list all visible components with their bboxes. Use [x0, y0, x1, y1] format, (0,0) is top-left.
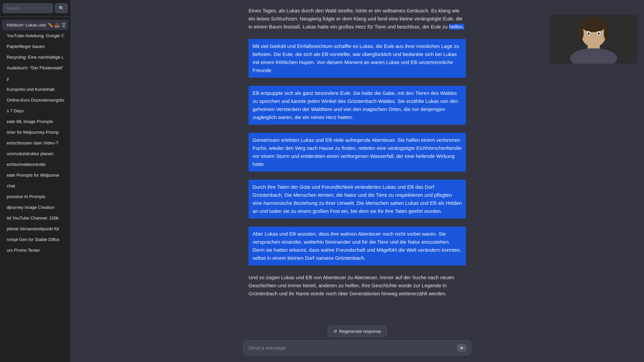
sidebar-item-label: y: [7, 76, 9, 81]
svg-point-10: [588, 33, 590, 35]
sidebar-item-label: urs Promo Texter: [7, 248, 40, 253]
message-4: Gemeinsam erlebten Lukas und Elli viele …: [249, 133, 466, 172]
sidebar-item-16[interactable]: djourney Image Creation: [2, 202, 68, 213]
highlight-span: helfen.: [449, 24, 464, 29]
sidebar-item-9[interactable]: eate ML Image Prompts: [2, 116, 68, 127]
sidebar-item-label: rompt Gen for Stable Diffus: [7, 237, 59, 242]
sidebar-item-label: ursmodulstruktur planen: [7, 151, 53, 156]
regenerate-icon: ↺: [333, 329, 337, 334]
sidebar-item-13[interactable]: echtschreibkontrolle: [2, 159, 68, 170]
message-1: Eines Tages, als Lukas durch den Wald st…: [249, 7, 466, 31]
sidebar-item-label: ild YouTube Channel: 100k: [7, 216, 59, 221]
message-input-wrap: ➤: [243, 340, 471, 355]
send-button[interactable]: ➤: [457, 344, 466, 352]
sidebar-item-label: örter für Midjourney-Promp: [7, 130, 59, 135]
sidebar-item-11[interactable]: entschlossen über Video-T: [2, 138, 68, 148]
delete-icon[interactable]: 🗑️: [61, 22, 66, 27]
video-overlay: [550, 15, 637, 64]
sidebar-item-6[interactable]: Kurspreis und Kursinhalt.: [2, 84, 68, 95]
share-icon[interactable]: 📤: [54, 22, 60, 27]
sidebar-header: 🔍: [0, 0, 70, 17]
edit-icon[interactable]: ✏️: [48, 22, 53, 27]
sidebar-item-label: Online-Kurs Dozentenvergütu: [7, 98, 64, 103]
sidebar-item-label: djourney Image Creation: [7, 205, 54, 210]
sidebar-item-label: Hörbuch: Lukas und: [7, 22, 46, 27]
sidebar-item-4[interactable]: Audiobuch: "Der Flüsterwald": [2, 63, 68, 73]
send-icon: ➤: [460, 345, 464, 350]
regenerate-button[interactable]: ↺ Regenerate response: [328, 326, 387, 337]
sidebar-item-15[interactable]: pressive AI Prompts: [2, 191, 68, 202]
sidebar: 🔍 Hörbuch: Lukas und ✏️ 📤 🗑️ YouTube-Anl…: [0, 0, 70, 362]
sidebar-item-new-chat[interactable]: chat: [2, 181, 68, 191]
sidebar-item-label: entschlossen über Video-T: [7, 140, 58, 145]
regenerate-label: Regenerate response: [339, 329, 381, 334]
sidebar-item-icons: ✏️ 📤 🗑️: [48, 22, 66, 27]
message-input[interactable]: [248, 345, 454, 351]
search-input[interactable]: [3, 3, 53, 13]
sidebar-item-1[interactable]: YouTube-Anleitung: Google C: [2, 31, 68, 41]
sidebar-item-label: chat: [7, 183, 15, 188]
sidebar-item-17[interactable]: ild YouTube Channel: 100k: [2, 213, 68, 223]
sidebar-item-7[interactable]: Online-Kurs Dozentenvergütu: [2, 95, 68, 105]
sidebar-item-18[interactable]: ptimal Versandzeitpunkt für: [2, 224, 68, 234]
message-6: Aber Lukas und Elli wussten, dass ihre w…: [249, 227, 466, 265]
sidebar-item-label: eate ML Image Prompts: [7, 119, 53, 124]
video-placeholder: [550, 15, 637, 64]
sidebar-item-label: s 7 Days: [7, 108, 24, 113]
sidebar-item-12[interactable]: ursmodulstruktur planen: [2, 148, 68, 159]
message-7: Und so zogen Lukas und Elli von Abenteue…: [249, 274, 466, 298]
sidebar-item-label: ptimal Versandzeitpunkt für: [7, 226, 59, 231]
svg-point-6: [578, 26, 584, 40]
message-2: Mit viel Geduld und Einfallsreichtum sch…: [249, 39, 466, 78]
bottom-bar: ↺ Regenerate response ➤: [70, 322, 644, 362]
sidebar-item-3[interactable]: Recycling: Eine nachhaltige L: [2, 52, 68, 62]
svg-point-5: [581, 17, 606, 32]
video-feed: [550, 15, 637, 64]
sidebar-item-label: Papierflieger bauen.: [7, 44, 46, 49]
sidebar-item-active[interactable]: Hörbuch: Lukas und ✏️ 📤 🗑️: [2, 20, 68, 30]
sidebar-item-10[interactable]: örter für Midjourney-Promp: [2, 127, 68, 137]
sidebar-item-20[interactable]: urs Promo Texter: [2, 245, 68, 255]
sidebar-item-label: Recycling: Eine nachhaltige L: [7, 55, 64, 60]
sidebar-item-8[interactable]: s 7 Days: [2, 106, 68, 116]
message-3: Elli entpuppte sich als ganz besondere E…: [249, 86, 466, 125]
sidebar-item-label: YouTube-Anleitung: Google C: [7, 33, 64, 38]
svg-point-11: [598, 33, 600, 35]
search-button[interactable]: 🔍: [55, 3, 68, 13]
sidebar-item-19[interactable]: rompt Gen for Stable Diffus: [2, 234, 68, 245]
sidebar-item-label: eate Prompts for Midjourne: [7, 173, 59, 178]
sidebar-item-label: pressive AI Prompts: [7, 194, 46, 199]
sidebar-item-label: Kurspreis und Kursinhalt.: [7, 87, 55, 92]
sidebar-items: Hörbuch: Lukas und ✏️ 📤 🗑️ YouTube-Anlei…: [0, 17, 70, 362]
sidebar-item-2[interactable]: Papierflieger bauen.: [2, 41, 68, 52]
message-5: Durch ihre Taten der Güte und Freundlich…: [249, 180, 466, 219]
svg-point-7: [604, 26, 609, 40]
sidebar-item-label: echtschreibkontrolle: [7, 162, 46, 167]
sidebar-item-14[interactable]: eate Prompts for Midjourne: [2, 170, 68, 180]
chat-content: Eines Tages, als Lukas durch den Wald st…: [243, 7, 471, 306]
sidebar-item-label: Audiobuch: "Der Flüsterwald": [7, 65, 63, 70]
sidebar-item-5[interactable]: y: [2, 73, 68, 84]
